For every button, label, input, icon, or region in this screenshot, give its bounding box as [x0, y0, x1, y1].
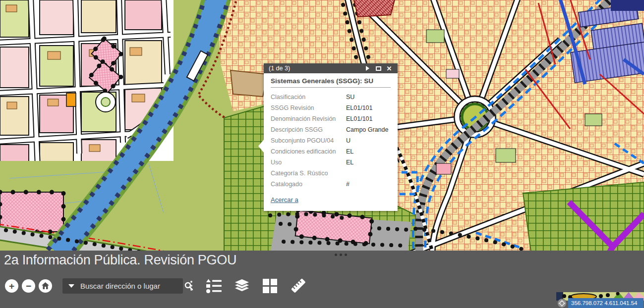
- popup-body: Sistemas Generales (SSGG): SU Clasificac…: [264, 73, 398, 211]
- basemap-gallery-icon[interactable]: [262, 278, 278, 294]
- attribute-row: Uso EL: [271, 157, 391, 168]
- close-icon[interactable]: ✕: [385, 64, 394, 72]
- bottom-panel: 2a Información Pública. Revisión PGOU + …: [0, 251, 644, 308]
- search-input[interactable]: [80, 282, 179, 290]
- next-feature-icon[interactable]: [363, 64, 372, 72]
- attribute-table: Clasificación SU SSGG Revisión EL01/101 …: [271, 92, 391, 190]
- popup-pager: (1 de 3): [269, 65, 361, 72]
- attribute-row: Clasificación SU: [271, 92, 391, 103]
- attribute-row: Subconjunto PGOU/04 U: [271, 135, 391, 146]
- feature-popup: (1 de 3) ✕ Sistemas Generales (SSGG): SU…: [264, 63, 398, 211]
- maximize-icon[interactable]: [374, 64, 383, 72]
- measure-icon[interactable]: [289, 278, 306, 294]
- layers-icon[interactable]: [233, 278, 251, 294]
- attribute-row: Descripción SSGG Campo Grande: [271, 124, 391, 135]
- popup-pointer: [258, 140, 264, 153]
- app-window: (1 de 3) ✕ Sistemas Generales (SSGG): SU…: [0, 0, 644, 308]
- coordinate-widget: 356.798.072 4.611.041.54: [557, 298, 644, 308]
- attribute-row: Condiciones edificación EL: [271, 146, 391, 157]
- title-divider: [271, 87, 391, 88]
- popup-title: Sistemas Generales (SSGG): SU: [271, 77, 391, 85]
- more-tools-icon[interactable]: [189, 280, 193, 292]
- attribute-row: Denominación Revisión EL01/101: [271, 113, 391, 124]
- home-button[interactable]: [39, 279, 52, 293]
- search-sources-caret-icon[interactable]: [68, 284, 74, 288]
- zoom-in-button[interactable]: +: [5, 279, 18, 293]
- expand-handle[interactable]: [333, 252, 349, 257]
- app-title: 2a Información Pública. Revisión PGOU: [4, 253, 236, 268]
- zoom-to-link[interactable]: Acercar a: [271, 196, 298, 204]
- toolbar: + −: [5, 278, 306, 294]
- legend-icon[interactable]: [205, 278, 222, 293]
- zoom-out-button[interactable]: −: [22, 279, 35, 293]
- search-box: [62, 278, 183, 294]
- coordinate-locate-icon[interactable]: [557, 299, 567, 308]
- attribute-row: Catalogado #: [271, 179, 391, 190]
- attribute-row: SSGG Revisión EL01/101: [271, 103, 391, 113]
- coordinate-readout: 356.798.072 4.611.041.54: [568, 298, 644, 308]
- home-icon: [42, 282, 49, 289]
- popup-header: (1 de 3) ✕: [264, 63, 398, 73]
- attribute-row: Categoría S. Rústico: [271, 168, 391, 179]
- special-zone-pink: [0, 192, 63, 232]
